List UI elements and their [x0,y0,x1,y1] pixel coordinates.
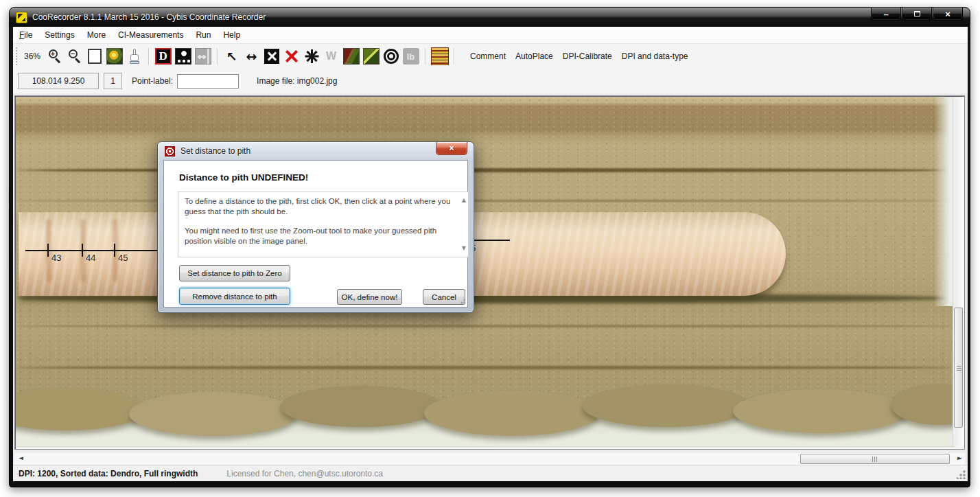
dialog-body: Distance to pith UNDEFINED! To define a … [163,160,468,308]
maximize-button[interactable] [902,8,932,21]
bark-tool-button[interactable] [342,47,360,66]
pith-target-icon [165,146,175,157]
pointer-arrow-icon: ↖ [226,49,237,64]
white-frame-icon [88,49,102,64]
instruction-paragraph: You might need to first use the Zoom-out… [185,226,454,246]
scrollbar-grip [872,456,878,462]
coordinate-bar: 108.014 9.250 1 Point-label: Image file:… [13,69,968,93]
pan-button[interactable] [125,47,143,66]
move-point-button[interactable]: ↔ [242,47,261,66]
menu-help[interactable]: Help [217,27,246,43]
points-icon [175,48,191,65]
instruction-paragraph: To define a distance to the pith, first … [185,196,454,216]
menu-ci-measurements[interactable]: CI-Measurements [112,27,189,43]
dialog-close-icon: × [449,143,454,153]
select-pointer-button[interactable]: ↖ [222,47,241,66]
measurement-tick [47,244,49,257]
d-mode-button[interactable]: D [154,47,172,66]
torn-edge [280,386,441,427]
menu-more[interactable]: More [81,27,112,43]
red-x-icon [284,49,299,64]
menu-run[interactable]: Run [189,27,217,43]
zoom-in-button[interactable]: + [45,47,64,66]
dialog-resize-grip[interactable] [459,299,466,305]
toolbar-separator [148,48,149,65]
screen: CooRecorder 8.1.1 March 15 2016 - Cybis … [0,0,980,497]
point-label-input[interactable] [177,74,239,89]
sample-photo[interactable]: 43 44 45 5 [16,97,953,448]
striped-table-icon [431,47,449,65]
cardboard-groove [16,366,953,369]
set-distance-zero-button[interactable]: Set distance to pith to Zero [179,265,290,281]
dpi-datatype-button[interactable]: DPI and data-type [617,48,693,65]
scroll-left-icon[interactable]: ◄ [19,454,23,461]
zoom-out-button[interactable]: − [65,47,84,66]
torn-edge [129,392,297,436]
image-file-label: Image file: img002.jpg [257,76,337,86]
torn-edge [733,389,908,433]
gap-points-button[interactable] [194,47,212,66]
cardboard-groove [16,325,953,327]
dpi-calibrate-button[interactable]: DPI-Calibrate [558,48,617,65]
d-tool-icon: D [155,48,172,65]
measurement-tick [114,244,115,257]
points-mode-button[interactable] [174,47,192,66]
remove-distance-button[interactable]: Remove distance to pith [179,288,290,305]
horizontal-scrollbar-thumb[interactable] [800,454,950,464]
point-label-caption: Point-label: [132,76,173,86]
asterisk-icon [304,49,319,64]
window-resize-grip[interactable] [957,470,966,479]
close-button[interactable]: × [933,8,963,21]
torn-edge [424,391,599,436]
app-logo-icon [16,12,27,23]
minimize-icon: – [883,9,888,19]
measurement-line [473,240,510,241]
remove-button[interactable] [282,47,301,66]
menu-file[interactable]: File [13,27,38,43]
vertical-scrollbar[interactable] [953,97,964,448]
minimize-button[interactable]: – [871,8,901,21]
ring-label-43: 43 [51,253,61,263]
maximize-icon [914,11,920,16]
close-icon: × [945,9,950,19]
comment-button[interactable]: Comment [465,48,511,65]
cardboard-groove [16,168,953,172]
measurement-line [25,250,164,251]
scroll-up-icon[interactable]: ▲ [462,196,466,206]
horizontal-scrollbar[interactable]: ◄ ► [14,453,965,465]
lb-tool-button[interactable]: lb [401,47,420,66]
fit-view-button[interactable] [85,47,104,66]
scroll-down-icon[interactable]: ▼ [462,244,466,254]
w-tool-button[interactable]: W [322,47,340,66]
dialog-close-button[interactable]: × [436,142,467,155]
pith-target-button[interactable] [382,47,400,66]
zoom-out-icon: − [67,49,82,64]
titlebar[interactable]: CooRecorder 8.1.1 March 15 2016 - Cybis … [10,8,970,27]
status-license-info: Licensed for Chen, chen@utsc.utoronto.ca [226,469,383,478]
zoom-level-label: 36% [24,51,40,61]
point-number: 1 [104,73,122,89]
status-dpi-info: DPI: 1200, Sorted data: Dendro, Full rin… [19,469,198,478]
hand-icon [128,48,141,65]
autoplace-button[interactable]: AutoPlace [511,48,558,65]
dialog-titlebar[interactable]: Set distance to pith × [158,142,474,160]
scroll-right-icon[interactable]: ► [957,454,962,461]
dialog-title: Set distance to pith [180,146,250,156]
star-marker-button[interactable] [302,47,320,66]
toolbar-separator [217,48,218,65]
delete-point-button[interactable] [262,47,281,66]
ring-label-44: 44 [86,253,95,263]
scrollbar-grip [957,366,961,371]
bark-photo-icon [343,48,360,65]
slope-tool-button[interactable] [362,47,380,66]
workspace: 43 44 45 5 [13,93,968,465]
table-view-button[interactable] [430,47,449,66]
toolbar-text-buttons: Comment AutoPlace DPI-Calibrate DPI and … [465,48,692,65]
flower-photo-icon [106,48,123,65]
vertical-scrollbar-thumb[interactable] [954,308,963,428]
open-image-button[interactable] [105,47,124,66]
menubar: File Settings More CI-Measurements Run H… [13,27,968,43]
target-icon [384,49,399,64]
menu-settings[interactable]: Settings [38,27,80,43]
ok-define-button[interactable]: OK, define now! [337,289,402,305]
